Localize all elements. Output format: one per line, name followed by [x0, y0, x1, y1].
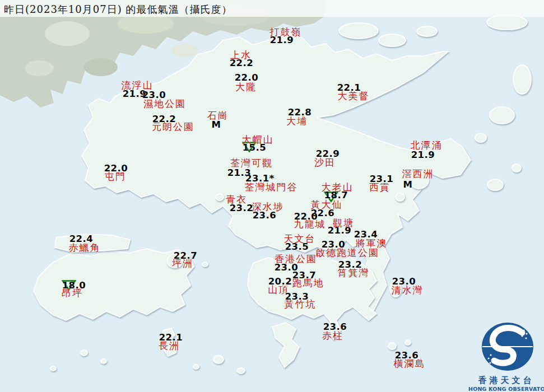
hko-logo-chinese: 香港天文台	[468, 375, 544, 386]
hong-kong-map	[0, 0, 544, 392]
station-temperature-sham-shui-po: 23.6	[253, 211, 277, 221]
station-name-observatory: 天文台	[284, 234, 316, 244]
station-name-kwun-tong: 觀塘	[333, 218, 354, 228]
station-name-sha-tin: 沙田	[314, 158, 336, 167]
station-temperature-kau-sai-chau: M	[403, 180, 413, 190]
station-name-tai-mei-tuk: 大美督	[338, 91, 370, 101]
station-temperature-tsing-yi: 23.2	[230, 204, 254, 213]
station-name-chek-lap-kok: 赤鱲角	[69, 243, 101, 253]
station-name-tate's-cairn: 大老山	[322, 183, 354, 192]
station-name-yuen-long-park: 元朗公園	[152, 122, 194, 132]
hko-logo-icon	[468, 320, 544, 372]
station-temperature-pak-tam-chung: 21.9	[411, 151, 435, 160]
station-name-wong-chuk-hang: 黃竹坑	[285, 300, 317, 309]
station-name-lau-fau-shan: 流浮山	[122, 81, 154, 90]
station-name-waglan-island: 橫瀾島	[394, 359, 426, 368]
hko-min-temp-map-page: 昨日(2023年10月07日) 的最低氣溫（攝氏度） 21.9打鼓嶺22.2上水…	[0, 0, 544, 392]
station-name-wetland-park: 濕地公園	[143, 99, 186, 109]
station-name-kai-tak-runway-park: 啟德跑道公園	[315, 248, 379, 258]
hko-logo-english: HONG KONG OBSERVATORY	[468, 386, 544, 392]
station-name-pak-tam-chung: 北潭涌	[411, 141, 443, 150]
station-name-peng-chau: 坪洲	[172, 259, 193, 268]
station-name-cheung-chau: 長洲	[159, 341, 180, 351]
station-name-ngong-ping: 昂坪	[62, 288, 83, 298]
station-name-stanley: 赤柱	[322, 331, 343, 340]
station-name-kau-sai-chau: 滘西洲	[402, 169, 434, 179]
station-name-tsing-yi: 青衣	[226, 195, 247, 204]
station-temperature-shek-kong: M	[212, 120, 221, 130]
station-name-sheung-shui: 上水	[230, 50, 252, 60]
station-name-sham-shui-po: 深水埗	[252, 202, 284, 212]
station-name-wong-tai-sin: 黃大仙	[311, 200, 343, 209]
station-name-tai-mo-shan: 大帽山	[242, 135, 274, 144]
station-name-happy-valley: 跑馬地	[292, 278, 324, 288]
station-name-tsuen-wan-ho-koon: 荃灣可觀	[230, 158, 273, 168]
hko-logo: 香港天文台 HONG KONG OBSERVATORY	[468, 320, 544, 391]
station-name-ta-kwu-ling: 打鼓嶺	[270, 27, 302, 37]
station-name-tsuen-wan-shing-mun-valley: 荃灣城門谷	[245, 183, 298, 192]
station-name-shek-kong: 石崗	[207, 111, 229, 120]
station-name-kowloon-city: 九龍城	[294, 220, 326, 229]
station-name-sai-kung: 西貢	[369, 183, 390, 192]
station-name-clear-water-bay: 清水灣	[392, 286, 424, 295]
station-name-tuen-mun: 屯門	[105, 172, 126, 181]
station-name-tai-po: 大埔	[286, 116, 308, 126]
station-name-tai-lung: 大隴	[235, 82, 257, 92]
map-title: 昨日(2023年10月07日) 的最低氣溫（攝氏度）	[4, 3, 232, 16]
station-name-shau-kei-wan: 筲箕灣	[338, 268, 370, 278]
station-name-hong-kong-park: 香港公園	[275, 254, 317, 264]
